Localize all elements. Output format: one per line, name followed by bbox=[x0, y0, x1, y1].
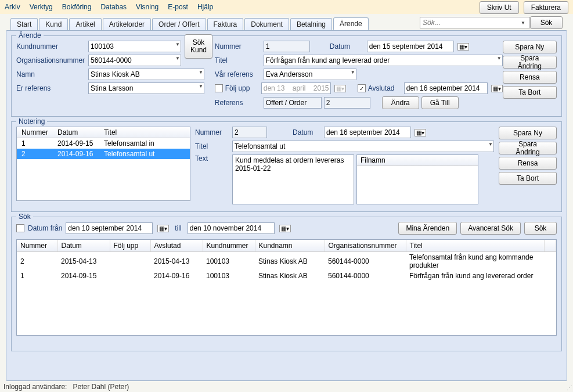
varref-field[interactable] bbox=[264, 69, 356, 80]
andra-button[interactable]: Ändra bbox=[382, 96, 419, 109]
col-kundnamn[interactable]: Kundnamn bbox=[255, 240, 325, 252]
note-text-field[interactable]: Kund meddelas at ordern levereras 2015-0… bbox=[232, 154, 354, 204]
avslutad-checkbox[interactable]: ✓ bbox=[358, 84, 366, 92]
tab-order-offert[interactable]: Order / Offert bbox=[152, 18, 206, 30]
kundnummer-field[interactable] bbox=[88, 41, 181, 52]
tab-artikelorder[interactable]: Artikelorder bbox=[103, 18, 151, 30]
invoice-button[interactable]: Fakturera bbox=[524, 1, 568, 14]
calendar-icon[interactable]: ▦▾ bbox=[457, 43, 469, 51]
tab-betalning[interactable]: Betalning bbox=[290, 18, 332, 30]
varref-label: Vår referens bbox=[215, 70, 261, 78]
menu-verktyg[interactable]: Verktyg bbox=[30, 3, 53, 11]
tab-dokument[interactable]: Dokument bbox=[244, 18, 289, 30]
menu-epost[interactable]: E-post bbox=[168, 3, 188, 11]
tab-artikel[interactable]: Artikel bbox=[69, 18, 101, 30]
datum-fran-checkbox[interactable] bbox=[16, 224, 24, 232]
note-datum-label: Datum bbox=[293, 128, 322, 136]
menu-bokforing[interactable]: Bokföring bbox=[62, 3, 92, 11]
datum-field[interactable] bbox=[367, 41, 454, 52]
sok-kund-button[interactable]: Sök Kund bbox=[185, 34, 212, 59]
calendar-icon[interactable]: ▦▾ bbox=[157, 225, 169, 232]
orgnr-field[interactable] bbox=[88, 55, 181, 66]
note-col-titel[interactable]: Titel bbox=[99, 127, 190, 138]
notering-legend: Notering bbox=[16, 117, 47, 125]
col-orgnr[interactable]: Organisationsnummer bbox=[325, 240, 406, 252]
ta-bort-button[interactable]: Ta Bort bbox=[503, 86, 557, 99]
avslutad-label: Avslutad bbox=[368, 84, 402, 92]
results-table[interactable]: Nummer Datum Följ upp Avslutad Kundnumme… bbox=[16, 239, 557, 336]
chevron-down-icon[interactable]: ▼ bbox=[199, 70, 203, 75]
spara-andring-button[interactable]: Spara Ändring bbox=[503, 56, 557, 69]
chevron-down-icon[interactable]: ▼ bbox=[199, 84, 203, 89]
chevron-down-icon[interactable]: ▼ bbox=[175, 42, 180, 47]
sok-legend: Sök bbox=[16, 213, 33, 221]
tab-faktura[interactable]: Faktura bbox=[207, 18, 244, 30]
namn-label: Namn bbox=[16, 70, 86, 78]
avslutad-date[interactable] bbox=[404, 82, 488, 94]
note-col-datum[interactable]: Datum bbox=[53, 127, 99, 138]
mina-arenden-button[interactable]: Mina Ärenden bbox=[398, 222, 457, 235]
calendar-icon[interactable]: ▦▾ bbox=[279, 225, 291, 232]
note-titel-label: Titel bbox=[195, 142, 230, 150]
tab-start[interactable]: Start bbox=[10, 18, 38, 30]
datum-fran-label: Datum från bbox=[28, 224, 62, 232]
calendar-icon[interactable]: ▦▾ bbox=[415, 129, 426, 136]
datum-fran-field[interactable] bbox=[66, 222, 153, 234]
calendar-icon[interactable]: ▦▾ bbox=[334, 85, 346, 92]
menu-hjalp[interactable]: Hjälp bbox=[197, 3, 213, 11]
avancerat-sok-button[interactable]: Avancerat Sök bbox=[460, 222, 521, 235]
col-datum[interactable]: Datum bbox=[57, 240, 110, 252]
chevron-down-icon[interactable]: ▼ bbox=[497, 56, 502, 61]
calendar-icon[interactable]: ▦▾ bbox=[491, 85, 503, 92]
datum-till-field[interactable] bbox=[188, 222, 275, 234]
note-row[interactable]: 1 2014-09-15 Telefonsamtal in bbox=[17, 138, 190, 149]
menu-visning[interactable]: Visning bbox=[136, 3, 158, 11]
foljupp-date[interactable] bbox=[261, 82, 331, 94]
print-button[interactable]: Skriv Ut bbox=[480, 1, 519, 14]
namn-field[interactable] bbox=[88, 69, 204, 80]
chevron-down-icon[interactable]: ▼ bbox=[488, 142, 493, 147]
status-label: Inloggad användare: bbox=[3, 383, 67, 391]
note-datum-field[interactable] bbox=[324, 127, 411, 138]
note-titel-field[interactable] bbox=[232, 141, 494, 152]
resize-grip-icon[interactable]: ⋰ bbox=[567, 384, 571, 391]
erref-field[interactable] bbox=[88, 82, 204, 94]
spara-ny-button[interactable]: Spara Ny bbox=[503, 41, 557, 53]
result-row[interactable]: 1 2014-09-15 2014-09-16 100103 Stinas Ki… bbox=[17, 271, 556, 281]
tab-kund[interactable]: Kund bbox=[39, 18, 68, 30]
global-search-button[interactable]: Sök bbox=[530, 16, 563, 29]
chevron-down-icon[interactable]: ▼ bbox=[351, 70, 355, 75]
col-avslutad[interactable]: Avslutad bbox=[150, 240, 203, 252]
col-kundnummer[interactable]: Kundnummer bbox=[203, 240, 255, 252]
result-row[interactable]: 2 2015-04-13 2015-04-13 100103 Stinas Ki… bbox=[17, 252, 556, 271]
col-titel[interactable]: Titel bbox=[406, 240, 545, 252]
sok-button[interactable]: Sök bbox=[524, 222, 557, 235]
chevron-down-icon[interactable]: ▼ bbox=[175, 56, 180, 61]
kundnummer-label: Kundnummer bbox=[16, 42, 86, 51]
referens-num-field bbox=[324, 97, 370, 109]
note-spara-andring-button[interactable]: Spara Ändring bbox=[499, 142, 557, 154]
tab-arende[interactable]: Ärende bbox=[333, 17, 369, 30]
col-foljupp[interactable]: Följ upp bbox=[110, 240, 150, 252]
notering-list[interactable]: Nummer Datum Titel 1 2014-09-15 Telefons… bbox=[16, 127, 190, 201]
global-search-input[interactable] bbox=[420, 17, 530, 28]
file-box[interactable]: Filnamn bbox=[356, 154, 478, 204]
note-ta-bort-button[interactable]: Ta Bort bbox=[499, 172, 557, 185]
col-spacer bbox=[545, 240, 556, 252]
note-spara-ny-button[interactable]: Spara Ny bbox=[499, 127, 557, 139]
chevron-down-icon[interactable]: ▼ bbox=[521, 20, 525, 26]
col-nummer[interactable]: Nummer bbox=[17, 240, 57, 252]
status-user: Peter Dahl (Peter) bbox=[73, 383, 129, 391]
titel-field[interactable] bbox=[264, 55, 503, 66]
note-col-nummer[interactable]: Nummer bbox=[17, 127, 53, 138]
note-rensa-button[interactable]: Rensa bbox=[499, 157, 557, 170]
gatill-button[interactable]: Gå Till bbox=[421, 96, 459, 109]
foljupp-checkbox[interactable] bbox=[215, 84, 223, 92]
nummer-label: Nummer bbox=[215, 42, 261, 51]
menu-databas[interactable]: Databas bbox=[100, 3, 127, 11]
sok-fieldset: Sök Datum från ▦▾ till ▦▾ Mina Ärenden A… bbox=[11, 217, 562, 351]
rensa-button[interactable]: Rensa bbox=[503, 71, 557, 84]
note-row[interactable]: 2 2014-09-16 Telefonsamtal ut bbox=[17, 149, 190, 159]
menu-arkiv[interactable]: Arkiv bbox=[5, 3, 20, 11]
referens-type-field bbox=[264, 97, 322, 109]
